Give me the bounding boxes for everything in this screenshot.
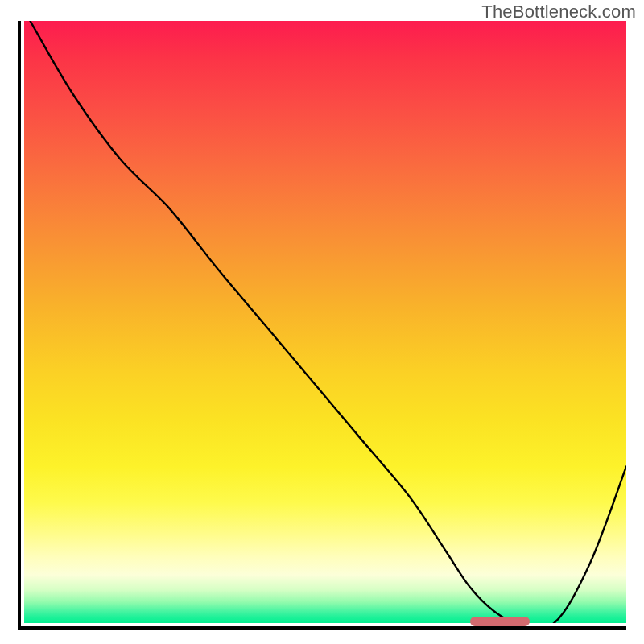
- watermark-text: TheBottleneck.com: [481, 2, 636, 23]
- chart-canvas: TheBottleneck.com: [0, 0, 644, 644]
- chart-svg: [24, 21, 626, 623]
- bottleneck-curve: [30, 21, 626, 623]
- chart-line-layer: [24, 21, 626, 623]
- chart-frame: [18, 21, 626, 630]
- optimal-range-marker: [470, 617, 530, 626]
